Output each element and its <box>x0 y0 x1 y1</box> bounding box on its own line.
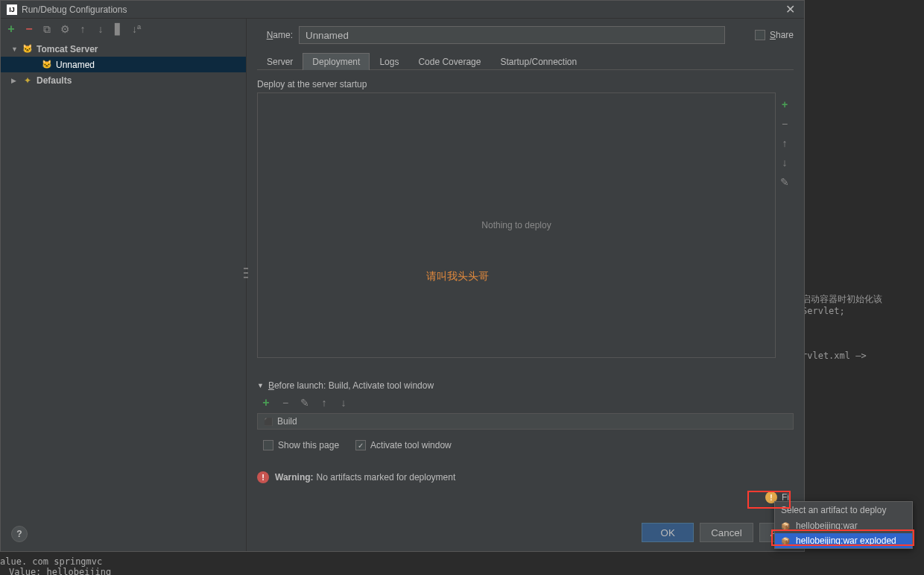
show-this-page-option[interactable]: Show this page <box>263 440 339 450</box>
remove-task-icon[interactable]: − <box>279 397 291 409</box>
tree-tomcat-server[interactable]: ▼ 🐱 Tomcat Server <box>1 41 246 57</box>
activate-window-checkbox[interactable]: ✓ <box>355 440 366 450</box>
before-launch-header[interactable]: ▼ Before launch: Build, Activate tool wi… <box>257 380 794 391</box>
tree-label: Unnamed <box>56 60 95 70</box>
move-down-icon[interactable]: ↓ <box>95 23 107 35</box>
error-icon: ! <box>257 471 269 483</box>
artifact-down-icon[interactable]: ↓ <box>779 157 791 169</box>
edit-artifact-icon[interactable]: ✎ <box>779 176 791 188</box>
before-launch-label: Before launch: Build, Activate tool wind… <box>268 380 434 391</box>
folder-icon[interactable]: ▋ <box>113 23 124 35</box>
artifact-up-icon[interactable]: ↑ <box>779 137 791 149</box>
configurations-panel: + − ⧉ ⚙ ↑ ↓ ▋ ↓ª ▼ 🐱 Tomcat Server 🐱 Unn… <box>1 19 247 551</box>
tab-logs[interactable]: Logs <box>370 53 408 70</box>
task-down-icon[interactable]: ↓ <box>338 397 349 409</box>
add-task-icon[interactable]: + <box>260 397 272 409</box>
build-item-label: Build <box>277 416 297 427</box>
warning-row: ! Warning: No artifacts marked for deplo… <box>257 471 794 483</box>
run-debug-dialog: IJ Run/Debug Configurations ✕ + − ⧉ ⚙ ↑ … <box>0 0 805 552</box>
copy-config-icon[interactable]: ⧉ <box>41 23 53 35</box>
warning-label: Warning: <box>275 472 314 483</box>
before-launch-toolbar: + − ✎ ↑ ↓ <box>257 397 794 409</box>
tree-label: Tomcat Server <box>37 44 98 54</box>
tree-label: Defaults <box>37 75 72 86</box>
chevron-down-icon: ▼ <box>11 45 19 53</box>
share-label: Share <box>770 30 794 40</box>
app-icon: IJ <box>7 4 17 15</box>
close-icon[interactable]: ✕ <box>782 2 798 16</box>
name-input[interactable] <box>299 26 725 44</box>
popup-title: Select an artifact to deploy <box>775 502 912 518</box>
deploy-toolbar: + − ↑ ↓ ✎ <box>776 92 794 358</box>
add-config-icon[interactable]: + <box>5 23 17 35</box>
annotation-box-exploded <box>771 530 914 546</box>
tomcat-icon: 🐱 <box>22 44 34 54</box>
tree-unnamed[interactable]: 🐱 Unnamed <box>1 57 246 72</box>
chevron-down-icon: ▼ <box>257 382 264 389</box>
tree-defaults[interactable]: ▶ ✦ Defaults <box>1 72 246 88</box>
activate-tool-window-option[interactable]: ✓ Activate tool window <box>355 440 452 450</box>
bg-code-line: rvlet.xml —> <box>802 351 867 361</box>
titlebar: IJ Run/Debug Configurations ✕ <box>1 1 804 19</box>
tab-startup-connection[interactable]: Startup/Connection <box>490 53 586 70</box>
dialog-title: Run/Debug Configurations <box>22 4 782 15</box>
cancel-button[interactable]: Cancel <box>700 523 753 542</box>
config-toolbar: + − ⧉ ⚙ ↑ ↓ ▋ ↓ª <box>1 19 246 40</box>
name-label: Name: <box>257 30 293 40</box>
chevron-right-icon: ▶ <box>11 77 19 84</box>
before-launch-list[interactable]: ⬛ Build <box>257 413 794 430</box>
add-artifact-icon[interactable]: + <box>779 98 791 110</box>
sort-icon[interactable]: ↓ª <box>130 23 142 35</box>
wrench-icon: ✦ <box>22 75 34 86</box>
move-up-icon[interactable]: ↑ <box>77 23 89 35</box>
activate-window-label: Activate tool window <box>370 440 452 450</box>
share-checkbox[interactable] <box>755 30 765 40</box>
build-icon: ⬛ <box>264 418 273 426</box>
artifact-icon: 📦 <box>781 522 791 530</box>
tab-deployment[interactable]: Deployment <box>303 53 370 70</box>
edit-task-icon[interactable]: ✎ <box>299 397 311 409</box>
config-tree: ▼ 🐱 Tomcat Server 🐱 Unnamed ▶ ✦ Defaults <box>1 40 246 551</box>
tab-code-coverage[interactable]: Code Coverage <box>408 53 490 70</box>
annotation-box-fix <box>747 491 791 509</box>
remove-config-icon[interactable]: − <box>23 23 35 35</box>
config-detail-panel: Name: Share Server Deployment Logs Code … <box>247 19 804 551</box>
show-page-label: Show this page <box>278 440 339 450</box>
split-drag-handle[interactable] <box>244 268 248 278</box>
bg-code-line: alue. com springmvc <box>0 556 102 567</box>
config-tabs: Server Deployment Logs Code Coverage Sta… <box>257 53 794 70</box>
tomcat-local-icon: 🐱 <box>41 60 53 70</box>
remove-artifact-icon[interactable]: − <box>779 118 791 130</box>
help-button[interactable]: ? <box>11 526 28 542</box>
warning-text: No artifacts marked for deployment <box>317 472 456 483</box>
bg-code-line: Value: hellobeijing <box>9 567 111 575</box>
deploy-empty-text: Nothing to deploy <box>481 220 551 230</box>
ok-button[interactable]: OK <box>642 523 694 542</box>
deploy-list: Nothing to deploy <box>257 92 776 358</box>
bg-code-line: 启动容器时初始化该Servlet; <box>802 293 924 316</box>
deploy-section-label: Deploy at the server startup <box>257 79 794 89</box>
tab-server[interactable]: Server <box>257 53 303 70</box>
watermark-text: 请叫我头头哥 <box>426 270 489 283</box>
settings-icon[interactable]: ⚙ <box>59 23 71 35</box>
task-up-icon[interactable]: ↑ <box>318 397 330 409</box>
show-page-checkbox[interactable] <box>263 440 273 450</box>
